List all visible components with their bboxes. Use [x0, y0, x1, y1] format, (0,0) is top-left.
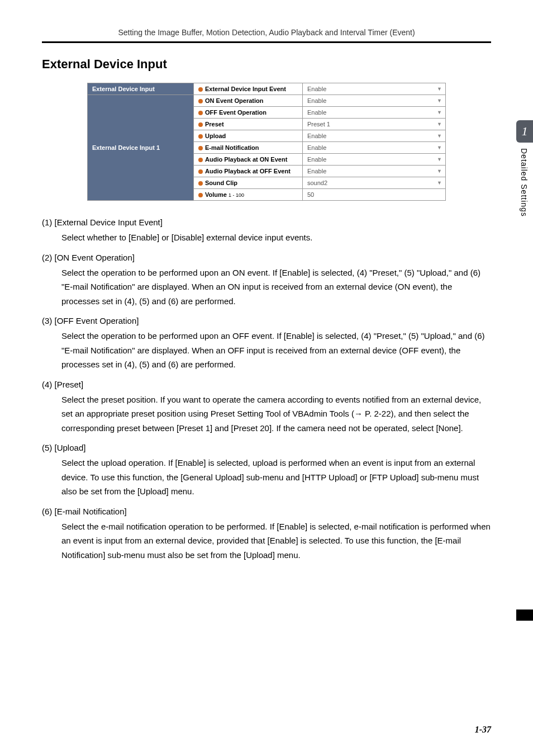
row-label: E-mail Notification	[194, 142, 303, 154]
section-body-5: Select the upload operation. If [Enable]…	[61, 456, 491, 499]
dropdown-value[interactable]: Enable▼	[303, 130, 446, 142]
group-header-2: External Device Input 1	[88, 95, 194, 201]
row-label: Preset	[194, 119, 303, 130]
label-text: Audio Playback at ON Event	[205, 156, 287, 163]
table-row: External Device Input 1 ON Event Operati…	[88, 95, 446, 107]
section-1: (1) [External Device Input Event] Select…	[42, 218, 491, 245]
bullet-icon	[198, 87, 203, 92]
bullet-icon	[198, 169, 203, 174]
label-text: Sound Clip	[205, 179, 237, 186]
value-text: Enable	[307, 133, 326, 139]
dropdown-value[interactable]: Enable▼	[303, 107, 446, 119]
chevron-down-icon: ▼	[437, 180, 442, 186]
header-divider	[42, 41, 491, 43]
bullet-icon	[198, 122, 203, 127]
dropdown-value[interactable]: Enable▼	[303, 166, 446, 177]
value-text: Enable	[307, 168, 326, 174]
chevron-down-icon: ▼	[437, 98, 442, 103]
section-body-6: Select the e-mail notification operation…	[61, 519, 491, 563]
dropdown-value[interactable]: Enable▼	[303, 95, 446, 107]
value-text: Enable	[307, 144, 326, 151]
chapter-number: 1	[516, 120, 533, 143]
dropdown-value[interactable]: Preset 1▼	[303, 119, 446, 130]
label-text: External Device Input Event	[205, 86, 286, 92]
chevron-down-icon: ▼	[437, 168, 442, 174]
section-body-4: Select the preset position. If you want …	[61, 393, 491, 436]
chevron-down-icon: ▼	[437, 110, 442, 115]
page-header: Setting the Image Buffer, Motion Detecti…	[42, 28, 491, 37]
row-label: ON Event Operation	[194, 95, 303, 107]
label-text: Audio Playback at OFF Event	[205, 168, 291, 174]
section-heading-1: (1) [External Device Input Event]	[42, 218, 491, 227]
chevron-down-icon: ▼	[437, 86, 442, 92]
value-text: Enable	[307, 97, 326, 104]
bullet-icon	[198, 134, 203, 139]
row-label: Audio Playback at OFF Event	[194, 166, 303, 177]
chevron-down-icon: ▼	[437, 157, 442, 162]
chevron-down-icon: ▼	[437, 145, 442, 150]
dropdown-value[interactable]: Enable▼	[303, 142, 446, 154]
bullet-icon	[198, 111, 203, 115]
section-2: (2) [ON Event Operation] Select the oper…	[42, 253, 491, 309]
section-heading-4: (4) [Preset]	[42, 380, 491, 389]
value-text: 50	[307, 191, 314, 198]
row-label: External Device Input Event	[194, 83, 303, 95]
section-heading-3: (3) [OFF Event Operation]	[42, 316, 491, 325]
dropdown-value[interactable]: Enable▼	[303, 83, 446, 95]
label-text: ON Event Operation	[205, 97, 264, 104]
label-text: E-mail Notification	[205, 144, 259, 151]
section-body-1: Select whether to [Enable] or [Disable] …	[61, 230, 491, 245]
row-label: Sound Clip	[194, 177, 303, 189]
dropdown-value[interactable]: sound2▼	[303, 177, 446, 189]
label-text: Volume	[205, 191, 227, 198]
chevron-down-icon: ▼	[437, 133, 442, 139]
section-heading-2: (2) [ON Event Operation]	[42, 253, 491, 262]
section-heading-6: (6) [E-mail Notification]	[42, 507, 491, 516]
chevron-down-icon: ▼	[437, 121, 442, 127]
settings-table: External Device Input External Device In…	[87, 83, 446, 201]
value-text: Enable	[307, 156, 326, 163]
page: Setting the Image Buffer, Motion Detecti…	[0, 0, 533, 756]
bullet-icon	[198, 193, 203, 197]
row-label: OFF Event Operation	[194, 107, 303, 119]
group-header-1: External Device Input	[88, 83, 194, 95]
label-text: OFF Event Operation	[205, 109, 266, 116]
text-value[interactable]: 50	[303, 189, 446, 201]
row-label: Upload	[194, 130, 303, 142]
section-6: (6) [E-mail Notification] Select the e-m…	[42, 507, 491, 563]
section-heading-5: (5) [Upload]	[42, 443, 491, 452]
label-text: Preset	[205, 121, 224, 127]
value-text: Enable	[307, 109, 326, 116]
section-3: (3) [OFF Event Operation] Select the ope…	[42, 316, 491, 372]
side-tab: 1 Detailed Settings	[516, 120, 533, 217]
bullet-icon	[198, 181, 203, 186]
row-label: Volume 1 - 100	[194, 189, 303, 201]
side-marker	[516, 609, 533, 621]
bullet-icon	[198, 146, 203, 150]
chapter-label: Detailed Settings	[516, 148, 529, 217]
section-body-2: Select the operation to be performed upo…	[61, 266, 491, 309]
label-text: Upload	[205, 133, 226, 139]
value-text: Preset 1	[307, 121, 330, 127]
page-number: 1-37	[475, 725, 491, 735]
section-body-3: Select the operation to be performed upo…	[61, 329, 491, 372]
table-row: External Device Input External Device In…	[88, 83, 446, 95]
value-text: Enable	[307, 86, 326, 92]
range-text: 1 - 100	[229, 192, 244, 198]
bullet-icon	[198, 158, 203, 162]
section-heading: External Device Input	[42, 57, 491, 72]
section-5: (5) [Upload] Select the upload operation…	[42, 443, 491, 499]
value-text: sound2	[307, 179, 327, 186]
row-label: Audio Playback at ON Event	[194, 154, 303, 166]
bullet-icon	[198, 99, 203, 103]
section-4: (4) [Preset] Select the preset position.…	[42, 380, 491, 436]
dropdown-value[interactable]: Enable▼	[303, 154, 446, 166]
